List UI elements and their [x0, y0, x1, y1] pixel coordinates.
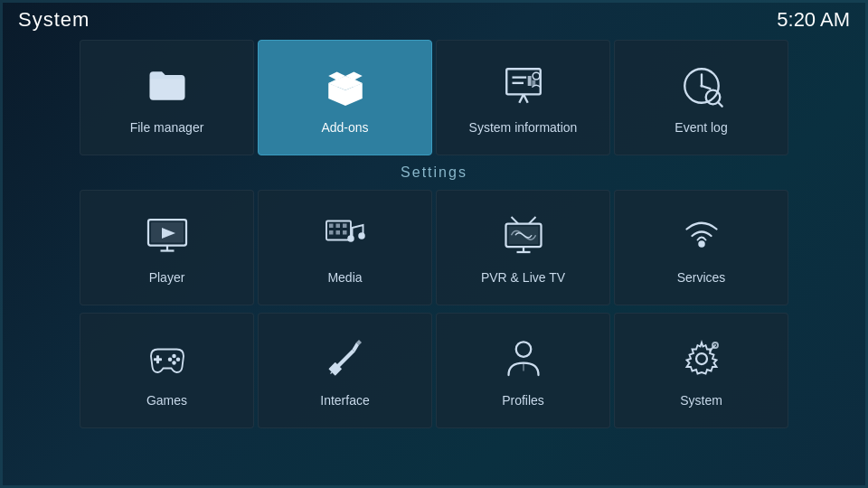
svg-rect-12 [527, 76, 531, 86]
settings-header: Settings [0, 159, 868, 186]
svg-point-33 [347, 235, 354, 242]
svg-rect-28 [335, 224, 340, 229]
tile-pvr-live-tv[interactable]: PVR & Live TV [436, 190, 610, 305]
svg-line-19 [717, 102, 722, 107]
svg-point-34 [358, 232, 365, 239]
pvr-live-tv-label: PVR & Live TV [481, 270, 565, 285]
add-ons-label: Add-ons [321, 120, 368, 135]
svg-point-20 [700, 84, 703, 87]
tile-interface[interactable]: Interface [258, 313, 432, 428]
system-information-label: System information [469, 120, 578, 135]
app-title: System [18, 8, 90, 32]
folder-icon [140, 61, 194, 111]
svg-point-56 [696, 353, 707, 364]
svg-point-47 [167, 358, 172, 362]
pvr-icon [496, 211, 551, 261]
settings-row-2: Games Interface [0, 309, 868, 432]
tile-games[interactable]: Games [80, 313, 254, 428]
clock: 5:20 AM [777, 8, 850, 32]
svg-rect-29 [343, 224, 347, 229]
tile-media[interactable]: Media [258, 190, 432, 305]
sysinfo-icon [496, 61, 551, 111]
svg-line-10 [519, 94, 524, 102]
tile-system-information[interactable]: System information [436, 40, 610, 155]
services-icon [675, 211, 729, 261]
system-icon [675, 334, 729, 384]
svg-line-11 [524, 94, 528, 102]
svg-rect-30 [329, 230, 334, 235]
event-log-label: Event log [675, 120, 727, 135]
svg-point-46 [172, 361, 176, 365]
tile-system[interactable]: System [614, 313, 788, 428]
tile-services[interactable]: Services [614, 190, 788, 305]
tile-player[interactable]: Player [80, 190, 254, 305]
file-manager-label: File manager [130, 120, 204, 135]
svg-rect-32 [343, 230, 347, 235]
games-icon [140, 334, 194, 384]
services-label: Services [677, 270, 726, 285]
tile-file-manager[interactable]: File manager [80, 40, 254, 155]
svg-point-41 [698, 240, 705, 248]
svg-point-14 [533, 72, 540, 80]
settings-section: Settings Player [0, 159, 868, 432]
svg-rect-43 [154, 358, 162, 361]
games-label: Games [146, 393, 187, 408]
svg-point-54 [515, 342, 531, 357]
top-bar: System 5:20 AM [0, 0, 868, 40]
eventlog-icon [675, 61, 729, 111]
profiles-label: Profiles [502, 393, 544, 408]
tile-event-log[interactable]: Event log [614, 40, 788, 155]
tile-add-ons[interactable]: Add-ons [258, 40, 432, 155]
media-icon [318, 211, 373, 261]
tile-profiles[interactable]: Profiles [436, 313, 610, 428]
top-tiles-row: File manager Add-ons [0, 40, 868, 155]
svg-point-44 [172, 354, 176, 359]
interface-label: Interface [320, 393, 369, 408]
player-icon [140, 211, 194, 261]
interface-icon [318, 334, 373, 384]
addons-icon [318, 61, 373, 111]
svg-point-45 [175, 358, 180, 362]
media-label: Media [327, 270, 362, 285]
system-label: System [680, 393, 722, 408]
profiles-icon [496, 334, 551, 384]
svg-rect-31 [335, 230, 340, 235]
player-label: Player [149, 270, 185, 285]
settings-row-1: Player Media [0, 186, 868, 309]
svg-rect-27 [329, 224, 334, 229]
